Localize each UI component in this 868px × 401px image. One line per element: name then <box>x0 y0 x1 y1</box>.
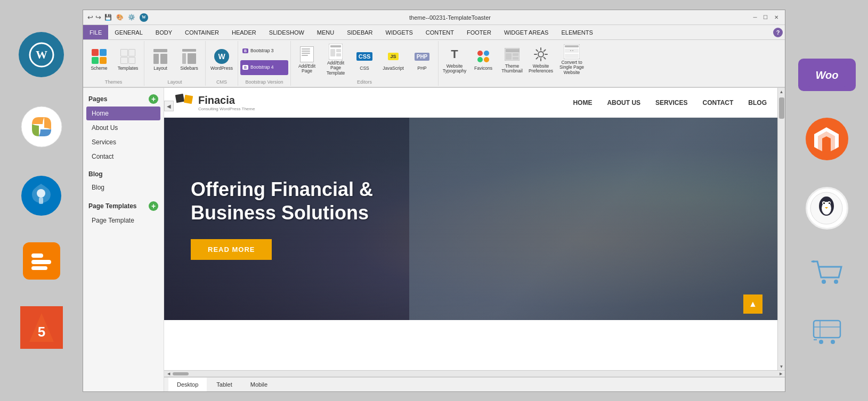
woo-icon-container[interactable]: Woo <box>798 59 856 91</box>
bootstrap4-btn[interactable]: B Bootstrap 4 <box>240 60 288 75</box>
cms-buttons: W WordPress <box>208 42 236 85</box>
blogger-icon[interactable] <box>23 242 60 280</box>
pages-sidebar: ◀ Pages + Home About Us Services Contact… <box>83 88 164 391</box>
nav-link-home[interactable]: HOME <box>573 99 592 107</box>
php-btn[interactable]: PHP PHP <box>408 44 436 75</box>
scroll-up-arrow[interactable]: ▲ <box>778 88 785 95</box>
svg-rect-6 <box>39 198 43 204</box>
blog-section: Blog Blog <box>83 168 164 195</box>
add-edit-page-template-btn[interactable]: Add/Edit Page Template <box>322 44 350 75</box>
bootstrap-buttons: B Bootstrap 3 B Bootstrap 4 <box>240 42 288 85</box>
scroll-down-arrow[interactable]: ▼ <box>778 363 785 370</box>
menu-container[interactable]: CONTAINER <box>179 25 225 39</box>
add-page-btn[interactable]: + <box>149 94 158 104</box>
html5-icon[interactable]: 5 <box>20 306 63 349</box>
tab-desktop[interactable]: Desktop <box>168 378 207 391</box>
favicons-btn[interactable]: Favicons <box>469 44 497 75</box>
undo-btn[interactable]: ↩ <box>87 13 93 21</box>
scheme-btn[interactable]: Scheme <box>85 44 113 75</box>
scroll-left-arrow[interactable]: ◀ <box>165 371 172 377</box>
cart-icon-1[interactable] <box>806 256 848 288</box>
svg-point-22 <box>829 202 830 204</box>
add-edit-page-btn[interactable]: Add/Edit Page <box>293 44 321 75</box>
add-template-btn[interactable]: + <box>149 201 158 211</box>
cart-icon-2[interactable] <box>806 315 848 347</box>
nav-link-contact[interactable]: CONTACT <box>703 99 734 107</box>
help-btn[interactable]: ? <box>773 28 783 37</box>
sidebars-btn[interactable]: Sidebars <box>175 44 203 75</box>
svg-rect-32 <box>160 54 167 64</box>
javascript-btn[interactable]: JS JavaScript <box>379 44 407 75</box>
hero-cta-btn[interactable]: READ MORE <box>191 239 272 260</box>
menu-content[interactable]: CONTENT <box>419 25 460 39</box>
pages-section: Pages + Home About Us Services Contact <box>83 92 164 164</box>
menu-header[interactable]: HEADER <box>225 25 263 39</box>
menu-file[interactable]: FILE <box>83 25 108 39</box>
sidebar-item-blog[interactable]: Blog <box>86 181 160 194</box>
tools-buttons: T Website Typography Favicons <box>441 42 588 85</box>
svg-rect-51 <box>175 93 184 102</box>
sidebar-item-home[interactable]: Home <box>86 107 160 120</box>
tab-mobile[interactable]: Mobile <box>242 378 276 391</box>
sidebar-item-services[interactable]: Services <box>86 135 160 149</box>
settings-icon[interactable]: ⚙️ <box>128 14 135 21</box>
sidebar-item-page-template[interactable]: Page Template <box>86 214 160 227</box>
website-preferences-btn[interactable]: Website Preferences <box>527 44 555 75</box>
scroll-thumb-v[interactable] <box>779 97 784 119</box>
website-typography-label: Website Typography <box>442 64 467 74</box>
menu-footer[interactable]: FOOTER <box>460 25 498 39</box>
window-title: theme--00231-TemplateToaster <box>409 14 491 21</box>
theme-thumbnail-btn[interactable]: Theme Thumbnail <box>498 44 526 75</box>
website-typography-btn[interactable]: T Website Typography <box>441 44 468 75</box>
scroll-right-arrow[interactable]: ▶ <box>777 371 784 377</box>
right-side-icons: Woo <box>785 0 868 401</box>
bootstrap3-btn[interactable]: B Bootstrap 3 <box>240 44 288 59</box>
nav-link-about[interactable]: ABOUT US <box>607 99 640 107</box>
css-btn[interactable]: CSS CSS <box>351 44 378 75</box>
menu-body[interactable]: BODY <box>149 25 179 39</box>
wordpress-btn[interactable]: W WordPress <box>208 44 236 75</box>
opencart-bird-icon[interactable] <box>806 187 848 230</box>
sidebar-item-about[interactable]: About Us <box>86 121 160 135</box>
magento-icon[interactable] <box>806 118 848 160</box>
menu-widget-areas[interactable]: WIDGET AREAS <box>498 25 555 39</box>
tab-tablet[interactable]: Tablet <box>208 378 240 391</box>
close-btn[interactable]: ✕ <box>772 13 781 22</box>
menu-widgets[interactable]: WIDGETS <box>379 25 419 39</box>
nav-link-services[interactable]: SERVICES <box>655 99 687 107</box>
page-templates-section: Page Templates + Page Template <box>83 199 164 228</box>
svg-rect-37 <box>330 45 341 47</box>
joomla-icon[interactable] <box>19 104 64 149</box>
menu-general[interactable]: GENERAL <box>108 25 149 39</box>
minimize-btn[interactable]: ─ <box>751 13 759 22</box>
drupal-icon[interactable] <box>21 176 61 216</box>
templates-btn[interactable]: Templates <box>114 44 142 75</box>
svg-rect-40 <box>336 53 341 56</box>
sidebars-label: Sidebars <box>180 66 198 71</box>
scroll-thumb-h[interactable] <box>173 372 189 375</box>
convert-btn[interactable]: Convert to Single Page Website <box>556 44 588 75</box>
menu-menu[interactable]: MENU <box>311 25 340 39</box>
css-label: CSS <box>360 66 369 71</box>
svg-point-21 <box>823 202 825 204</box>
menu-sidebar[interactable]: SIDEBAR <box>340 25 379 39</box>
redo-btn[interactable]: ↪ <box>95 13 101 21</box>
svg-rect-39 <box>336 49 341 52</box>
svg-point-25 <box>834 280 838 284</box>
scroll-up-btn[interactable]: ▲ <box>743 294 762 314</box>
scheme-icon <box>91 48 108 65</box>
sidebar-item-contact[interactable]: Contact <box>86 150 160 163</box>
wordpress-icon[interactable]: W <box>19 32 64 77</box>
add-edit-page-label: Add/Edit Page <box>294 64 320 74</box>
maximize-btn[interactable]: ☐ <box>761 13 770 22</box>
nav-link-blog[interactable]: BLOG <box>748 99 767 107</box>
save-icon[interactable]: 💾 <box>104 14 112 21</box>
favicons-label: Favicons <box>474 66 492 71</box>
menu-slideshow[interactable]: SLIDESHOW <box>263 25 311 39</box>
color-icon[interactable]: 🎨 <box>116 14 124 21</box>
bootstrap3-badge: B <box>242 48 248 53</box>
content-area: ◀ Pages + Home About Us Services Contact… <box>83 88 785 391</box>
svg-point-46 <box>538 52 543 57</box>
menu-elements[interactable]: ELEMENTS <box>555 25 599 39</box>
layout-btn[interactable]: Layout <box>147 44 174 75</box>
